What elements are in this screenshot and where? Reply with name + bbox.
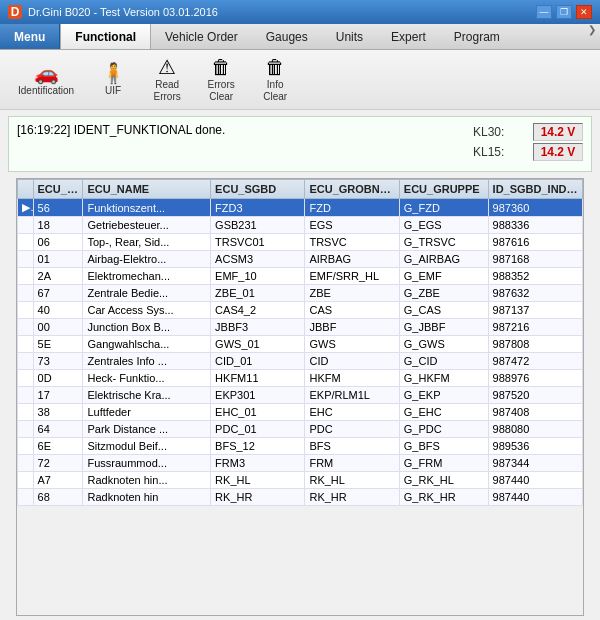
cell-gruppe: G_FZD [399, 199, 488, 217]
read-errors-button[interactable]: ⚠ ReadErrors [142, 54, 192, 106]
row-indicator [18, 268, 34, 285]
cell-name: Car Access Sys... [83, 302, 211, 319]
row-indicator [18, 336, 34, 353]
cell-name: Gangwahlscha... [83, 336, 211, 353]
cell-grob: EMF/SRR_HL [305, 268, 399, 285]
titlebar-left: D Dr.Gini B020 - Test Version 03.01.2016 [8, 5, 218, 19]
status-area: [16:19:22] IDENT_FUNKTIONAL done. KL30: … [8, 116, 592, 172]
cell-index: 987137 [488, 302, 582, 319]
cell-index: 988336 [488, 217, 582, 234]
tab-functional[interactable]: Functional [60, 24, 151, 49]
table-body: ▶56Funktionszent...FZD3FZDG_FZD98736018G… [18, 199, 583, 506]
status-message: [16:19:22] IDENT_FUNKTIONAL done. [17, 123, 473, 165]
ecu-table: ECU_ADR ECU_NAME ECU_SGBD ECU_GROBNA... … [17, 179, 583, 506]
row-indicator [18, 438, 34, 455]
row-indicator [18, 217, 34, 234]
table-row[interactable]: 00Junction Box B...JBBF3JBBFG_JBBF987216 [18, 319, 583, 336]
cell-index: 989536 [488, 438, 582, 455]
identification-button[interactable]: 🚗 Identification [8, 54, 84, 106]
cell-name: Junction Box B... [83, 319, 211, 336]
cell-gruppe: G_HKFM [399, 370, 488, 387]
table-row[interactable]: 2AElektromechan...EMF_10EMF/SRR_HLG_EMF9… [18, 268, 583, 285]
tab-gauges[interactable]: Gauges [252, 24, 322, 49]
table-row[interactable]: 5EGangwahlscha...GWS_01GWSG_GWS987808 [18, 336, 583, 353]
cell-index: 987808 [488, 336, 582, 353]
cell-adr: 0D [33, 370, 83, 387]
table-row[interactable]: 67Zentrale Bedie...ZBE_01ZBEG_ZBE987632 [18, 285, 583, 302]
cell-grob: ZBE [305, 285, 399, 302]
cell-name: Elektromechan... [83, 268, 211, 285]
cell-grob: EGS [305, 217, 399, 234]
ecu-table-container: ECU_ADR ECU_NAME ECU_SGBD ECU_GROBNA... … [16, 178, 584, 616]
cell-index: 988352 [488, 268, 582, 285]
tab-program[interactable]: Program [440, 24, 514, 49]
row-indicator [18, 285, 34, 302]
cell-gruppe: G_CAS [399, 302, 488, 319]
table-row[interactable]: 38LuftfederEHC_01EHCG_EHC987408 [18, 404, 583, 421]
table-row[interactable]: A7Radknoten hin...RK_HLRK_HLG_RK_HL98744… [18, 472, 583, 489]
cell-gruppe: G_FRM [399, 455, 488, 472]
cell-name: Airbag-Elektro... [83, 251, 211, 268]
table-row[interactable]: 64Park Distance ...PDC_01PDCG_PDC988080 [18, 421, 583, 438]
cell-sgbd: EMF_10 [211, 268, 305, 285]
cell-gruppe: G_ZBE [399, 285, 488, 302]
restore-button[interactable]: ❐ [556, 5, 572, 19]
col-ecu-gruppe: ECU_GRUPPE [399, 180, 488, 199]
table-row[interactable]: 68Radknoten hinRK_HRRK_HRG_RK_HR987440 [18, 489, 583, 506]
sidebar-item-menu[interactable]: Menu [0, 24, 60, 49]
tab-vehicle-order[interactable]: Vehicle Order [151, 24, 252, 49]
table-row[interactable]: 06Top-, Rear, Sid...TRSVC01TRSVCG_TRSVC9… [18, 234, 583, 251]
cell-gruppe: G_GWS [399, 336, 488, 353]
row-indicator [18, 353, 34, 370]
table-row[interactable]: 01Airbag-Elektro...ACSM3AIRBAGG_AIRBAG98… [18, 251, 583, 268]
cell-name: Getriebesteuer... [83, 217, 211, 234]
table-row[interactable]: 18Getriebesteuer...GSB231EGSG_EGS988336 [18, 217, 583, 234]
cell-sgbd: JBBF3 [211, 319, 305, 336]
table-row[interactable]: 6ESitzmodul Beif...BFS_12BFSG_BFS989536 [18, 438, 583, 455]
table-row[interactable]: ▶56Funktionszent...FZD3FZDG_FZD987360 [18, 199, 583, 217]
car-icon: 🚗 [34, 63, 59, 83]
kl30-row: KL30: 14.2 V [473, 123, 583, 141]
table-wrapper[interactable]: ECU_ADR ECU_NAME ECU_SGBD ECU_GROBNA... … [17, 179, 583, 519]
info-clear-button[interactable]: 🗑 InfoClear [250, 54, 300, 106]
table-row[interactable]: 72Fussraummod...FRM3FRMG_FRM987344 [18, 455, 583, 472]
cell-sgbd: FZD3 [211, 199, 305, 217]
cell-index: 987472 [488, 353, 582, 370]
tab-expert[interactable]: Expert [377, 24, 440, 49]
cell-gruppe: G_RK_HL [399, 472, 488, 489]
cell-index: 987408 [488, 404, 582, 421]
cell-gruppe: G_EKP [399, 387, 488, 404]
row-indicator [18, 251, 34, 268]
table-row[interactable]: 17Elektrische Kra...EKP301EKP/RLM1LG_EKP… [18, 387, 583, 404]
cell-index: 987344 [488, 455, 582, 472]
cell-adr: 38 [33, 404, 83, 421]
uif-button[interactable]: 🧍 UIF [88, 54, 138, 106]
table-row[interactable]: 40Car Access Sys...CAS4_2CASG_CAS987137 [18, 302, 583, 319]
cell-gruppe: G_BFS [399, 438, 488, 455]
cell-name: Radknoten hin [83, 489, 211, 506]
table-row[interactable]: 73Zentrales Info ...CID_01CIDG_CID987472 [18, 353, 583, 370]
app-icon: D [8, 5, 22, 19]
errors-clear-button[interactable]: 🗑 ErrorsClear [196, 54, 246, 106]
row-indicator [18, 489, 34, 506]
cell-gruppe: G_AIRBAG [399, 251, 488, 268]
cell-gruppe: G_EGS [399, 217, 488, 234]
cell-name: Zentrale Bedie... [83, 285, 211, 302]
cell-adr: 5E [33, 336, 83, 353]
cell-sgbd: EHC_01 [211, 404, 305, 421]
cell-index: 987616 [488, 234, 582, 251]
col-indicator [18, 180, 34, 199]
cell-grob: BFS [305, 438, 399, 455]
kl15-value: 14.2 V [533, 143, 583, 161]
uif-label: UIF [105, 85, 121, 97]
close-button[interactable]: ✕ [576, 5, 592, 19]
tab-units[interactable]: Units [322, 24, 377, 49]
table-row[interactable]: 0DHeck- Funktio...HKFM11HKFMG_HKFM988976 [18, 370, 583, 387]
cell-sgbd: PDC_01 [211, 421, 305, 438]
cell-adr: A7 [33, 472, 83, 489]
cell-sgbd: GWS_01 [211, 336, 305, 353]
col-ecu-grob: ECU_GROBNA... [305, 180, 399, 199]
kl30-label: KL30: [473, 125, 504, 139]
cell-index: 987440 [488, 489, 582, 506]
minimize-button[interactable]: — [536, 5, 552, 19]
